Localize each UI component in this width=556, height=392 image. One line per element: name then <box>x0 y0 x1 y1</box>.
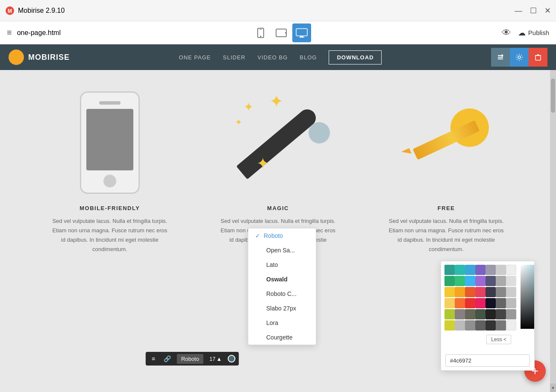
phone-home-button <box>103 175 116 187</box>
device-icons <box>251 23 311 42</box>
download-button[interactable]: DOWNLOAD <box>329 50 382 64</box>
swatch[interactable] <box>506 276 516 286</box>
swatch[interactable] <box>496 287 506 297</box>
phone-view-button[interactable] <box>251 23 270 42</box>
preview-icon[interactable]: 👁 <box>502 27 511 38</box>
swatch[interactable] <box>475 265 485 275</box>
swatch[interactable] <box>444 309 455 319</box>
swatch[interactable] <box>496 320 506 331</box>
swatch[interactable] <box>465 298 475 308</box>
chevron-down-icon: ▲ <box>216 356 222 362</box>
font-option-oswald[interactable]: Oswald <box>248 272 316 287</box>
swatch[interactable] <box>444 287 455 297</box>
tablet-view-button[interactable] <box>272 23 291 42</box>
feature-img-free <box>386 87 506 198</box>
settings-icon[interactable] <box>510 48 529 67</box>
swatch[interactable] <box>444 265 455 275</box>
pencil-tip <box>401 148 414 163</box>
feature-title-2: FREE <box>386 205 506 211</box>
swatch[interactable] <box>506 320 516 331</box>
nav-link-one-page[interactable]: ONE PAGE <box>179 54 211 61</box>
swatch[interactable] <box>506 298 516 308</box>
swatch[interactable] <box>455 320 465 331</box>
font-option-slabo[interactable]: Slabo 27px <box>248 301 316 316</box>
scrollbar-thumb[interactable] <box>551 79 555 113</box>
delete-icon[interactable] <box>529 48 547 67</box>
nav-link-blog[interactable]: BLOG <box>300 54 317 61</box>
swatch[interactable] <box>465 265 475 275</box>
swatch[interactable] <box>485 276 496 286</box>
swatch[interactable] <box>465 320 475 331</box>
swatch[interactable] <box>444 276 455 286</box>
close-button[interactable]: ✕ <box>544 7 551 15</box>
font-option-robotocondensed[interactable]: Roboto C... <box>248 287 316 301</box>
swatch[interactable] <box>455 276 465 286</box>
feature-card-mobile: MOBILE-FRIENDLY Sed vel vulputate lacus.… <box>50 87 170 254</box>
swatch[interactable] <box>444 298 455 308</box>
swatch[interactable] <box>475 309 485 319</box>
swatch[interactable] <box>455 265 465 275</box>
swatch[interactable] <box>485 320 496 331</box>
swatch[interactable] <box>506 287 516 297</box>
link-button[interactable]: 🔗 <box>161 354 174 364</box>
sort-icon[interactable] <box>491 48 510 67</box>
feature-card-free: FREE Sed vel vulputate lacus. Nulla et f… <box>386 87 506 254</box>
less-button[interactable]: Less < <box>486 335 511 344</box>
minimize-button[interactable]: — <box>515 7 522 15</box>
maximize-button[interactable]: ☐ <box>530 7 537 15</box>
font-name-label: Courgette <box>266 334 292 341</box>
nav-link-video-bg[interactable]: VIDEO BG <box>257 54 288 61</box>
phone-top-bar <box>99 101 121 105</box>
desktop-view-button[interactable] <box>292 23 311 42</box>
swatch[interactable] <box>506 265 516 275</box>
nav-action-icons <box>491 48 547 67</box>
font-color-swatch[interactable] <box>228 355 235 363</box>
swatch[interactable] <box>506 309 516 319</box>
font-option-courgette[interactable]: Courgette <box>248 330 316 345</box>
font-size-value: 17 <box>209 356 215 362</box>
font-option-roboto[interactable]: ✓ Roboto <box>248 228 316 243</box>
swatch[interactable] <box>485 265 496 275</box>
nav-link-slider[interactable]: SLIDER <box>223 54 246 61</box>
swatch[interactable] <box>475 320 485 331</box>
swatch[interactable] <box>485 298 496 308</box>
scrollbar-down-arrow[interactable]: ▼ <box>550 383 556 392</box>
swatch[interactable] <box>444 320 455 331</box>
menu-icon[interactable]: ≡ <box>7 28 12 38</box>
swatch[interactable] <box>475 298 485 308</box>
swatch[interactable] <box>465 287 475 297</box>
font-option-lora[interactable]: Lora <box>248 316 316 330</box>
swatch[interactable] <box>496 265 506 275</box>
swatch[interactable] <box>496 309 506 319</box>
swatch[interactable] <box>496 276 506 286</box>
swatch[interactable] <box>475 276 485 286</box>
feature-text-2: Sed vel vulputate lacus. Nulla et fringi… <box>386 216 506 254</box>
swatch[interactable] <box>475 287 485 297</box>
swatch[interactable] <box>465 276 475 286</box>
title-bar-controls: — ☐ ✕ <box>515 7 551 15</box>
font-name-label: Lato <box>266 261 278 268</box>
font-name-button[interactable]: Roboto <box>177 354 203 364</box>
font-size-button[interactable]: 17 ▲ <box>207 354 224 364</box>
font-option-opensans[interactable]: Open Sa... <box>248 243 316 257</box>
swatch[interactable] <box>455 309 465 319</box>
swatch[interactable] <box>465 309 475 319</box>
font-name-label: Roboto <box>264 232 283 239</box>
app-logo: M <box>5 6 15 15</box>
swatch[interactable] <box>496 298 506 308</box>
font-name-label: Slabo 27px <box>266 305 296 312</box>
font-option-lato[interactable]: Lato <box>248 257 316 272</box>
swatch[interactable] <box>485 309 496 319</box>
brand-logo <box>9 50 24 65</box>
swatch[interactable] <box>455 287 465 297</box>
swatch[interactable] <box>485 287 496 297</box>
svg-rect-9 <box>299 37 304 38</box>
color-hex-input[interactable] <box>445 354 530 367</box>
publish-button[interactable]: ☁ Publish <box>518 28 549 38</box>
swatch[interactable] <box>455 298 465 308</box>
font-name-label: Open Sa... <box>266 247 295 254</box>
wand-body <box>236 106 319 179</box>
third-feature-illustration <box>403 100 489 185</box>
gradient-brightness[interactable] <box>521 265 535 329</box>
align-button[interactable]: ≡ <box>149 354 158 364</box>
